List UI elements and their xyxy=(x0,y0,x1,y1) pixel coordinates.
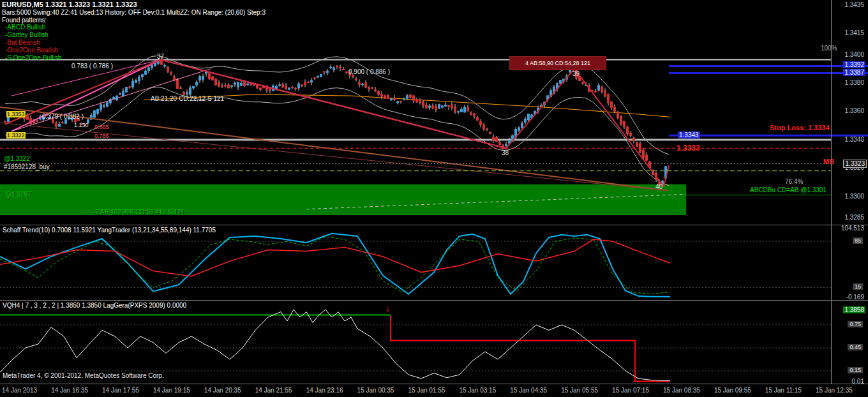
candle-body xyxy=(119,94,121,94)
candle-body xyxy=(250,84,252,85)
price-scale[interactable]: 1.34351.34151.34001.33801.33601.33401.33… xyxy=(832,0,868,225)
time-axis-label: 14 Jan 16:35 xyxy=(51,387,88,397)
candle-body xyxy=(62,123,64,123)
time-axis-label: 15 Jan 11:15 xyxy=(765,387,802,397)
pattern-measure-label-2: -9 AB:102,426 CD:93,412 S 121 xyxy=(93,209,184,216)
candle-body xyxy=(403,98,405,100)
candle-body xyxy=(359,82,361,85)
candle-body xyxy=(333,68,335,70)
candle-body xyxy=(365,83,367,87)
candle-body xyxy=(164,66,166,66)
indicator-scale-label: 104.513 xyxy=(841,225,864,232)
indicator-scale-label: 0.45 xyxy=(848,344,863,350)
candle-body xyxy=(336,66,338,67)
candle-body xyxy=(343,70,345,70)
candle-body xyxy=(285,86,287,89)
candle-body xyxy=(521,124,523,128)
candle-body xyxy=(100,105,102,110)
indicator-scale-label: 0.75 xyxy=(848,321,863,327)
time-axis-label: 14 Jan 2013 xyxy=(2,387,37,397)
pattern-item: -One2One Bearish xyxy=(5,47,58,54)
candle-body xyxy=(221,86,223,87)
candle-body xyxy=(445,105,447,106)
candle-body xyxy=(183,92,185,94)
pattern-measure-label: AB:21,20 CD:22,12 S 121 xyxy=(151,95,224,102)
main-chart-canvas[interactable] xyxy=(0,0,868,225)
candle-body xyxy=(340,67,341,68)
candle-body xyxy=(132,81,134,87)
candle-body xyxy=(151,65,153,68)
candle-body xyxy=(633,138,635,141)
sell-signal-arrow-icon: ↓ xyxy=(385,303,390,313)
schaff-trend-canvas[interactable] xyxy=(0,225,868,300)
found-patterns-label: Found patterns: xyxy=(2,17,47,24)
candle-body xyxy=(438,104,440,109)
left-price-badge-2: 1.3322 xyxy=(6,132,26,139)
candle-body xyxy=(107,103,108,107)
trend-line xyxy=(0,107,668,191)
price-scale-label: 1.3285 xyxy=(844,214,864,221)
swing-38-label: 38 xyxy=(502,149,509,156)
candle-body xyxy=(279,85,281,86)
candle-body xyxy=(461,109,463,112)
candle-body xyxy=(190,88,191,94)
vq-indicator-canvas[interactable] xyxy=(0,301,868,383)
time-axis-label: 15 Jan 05:55 xyxy=(561,387,598,397)
time-axis[interactable]: 14 Jan 201314 Jan 16:3514 Jan 17:5514 Ja… xyxy=(0,384,868,397)
swing-37-label: 37 xyxy=(157,53,164,60)
candle-body xyxy=(413,96,415,100)
candle-body xyxy=(458,112,460,112)
candle-body xyxy=(464,107,466,112)
candle-body xyxy=(292,87,294,87)
main-chart-panel[interactable]: EURUSD,M5 1.3321 1.3323 1.3321 1.3323 Ba… xyxy=(0,0,868,225)
indicator-scale-label: 85 xyxy=(853,237,863,244)
candle-body xyxy=(59,124,61,126)
order-open-price-label: @1.3322 xyxy=(4,155,30,162)
candle-body xyxy=(167,67,169,71)
vq-indicator-header: VQH4 | 7 , 3 , 2 , 2 | 1.3850 1.3850 Lag… xyxy=(3,302,186,309)
candle-body xyxy=(391,98,393,100)
time-axis-label: 15 Jan 03:15 xyxy=(459,387,496,397)
candle-body xyxy=(611,101,613,107)
candle-body xyxy=(355,79,357,80)
candle-body xyxy=(643,150,645,158)
price-scale-badge: 1.3387 xyxy=(843,69,865,76)
indicator-scale-label: 15 xyxy=(853,283,863,290)
candle-body xyxy=(470,112,472,114)
candle-body xyxy=(282,84,284,87)
vq-indicator-panel[interactable]: VQH4 | 7 , 3 , 2 , 2 | 1.3850 1.3850 Lag… xyxy=(0,301,868,383)
candle-body xyxy=(448,105,450,107)
candle-body xyxy=(138,77,140,81)
candle-body xyxy=(231,86,233,86)
candle-body xyxy=(288,88,290,89)
candle-body xyxy=(483,125,485,129)
candle-body xyxy=(432,106,434,108)
vq-white-line xyxy=(0,310,670,381)
price-scale-badge: 1.3392 xyxy=(843,61,865,68)
fib-1130-label: 1.130 xyxy=(74,122,89,128)
candle-body xyxy=(65,119,67,123)
candle-body xyxy=(371,88,373,89)
candle-body xyxy=(247,84,249,85)
time-axis-label: 15 Jan 04:35 xyxy=(510,387,547,397)
candle-body xyxy=(426,105,428,109)
candle-body xyxy=(646,155,648,160)
candle-body xyxy=(129,87,131,87)
time-axis-label: 14 Jan 19:15 xyxy=(153,387,190,397)
candle-body xyxy=(474,114,475,116)
symbol-ohlc-line: EURUSD,M5 1.3321 1.3323 1.3321 1.3323 xyxy=(2,1,137,8)
time-axis-label: 14 Jan 20:35 xyxy=(204,387,241,397)
price-13333-label: 1.3333 xyxy=(677,144,700,153)
fib-0379-label: 0.379 ( 0.382 ) xyxy=(42,113,84,120)
time-axis-label: 14 Jan 17:55 xyxy=(102,387,139,397)
candle-body xyxy=(215,79,217,86)
schaff-trend-panel[interactable]: Schaff Trend(10) 0.7008 11.5921 YangTrad… xyxy=(0,225,868,300)
price-scale-badge: 1.3323 xyxy=(843,160,867,168)
price-scale-label: 1.3415 xyxy=(844,29,864,36)
time-axis-label: 15 Jan 09:55 xyxy=(714,387,751,397)
candle-body xyxy=(142,75,144,77)
candle-body xyxy=(630,133,632,135)
abcd-target-label: ABCDBu CD=AB @1.3301 xyxy=(750,186,827,193)
candle-body xyxy=(410,95,412,98)
candle-body xyxy=(636,142,638,146)
